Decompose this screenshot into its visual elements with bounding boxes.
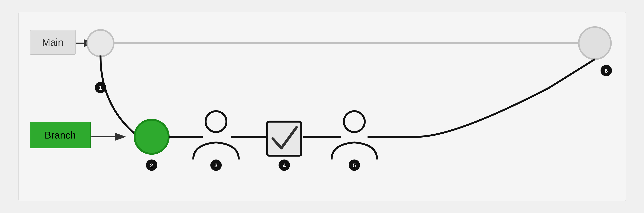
diagram-container: Main Branch 1: [18, 12, 626, 201]
badge-6-text: 6: [604, 68, 608, 74]
diagram-svg: 1 2 3 4: [18, 12, 626, 201]
badge-3-text: 3: [214, 162, 218, 169]
main-end-circle: [579, 27, 611, 59]
person-node-5: [332, 111, 377, 159]
branch-start-circle: [134, 120, 168, 154]
main-start-circle: [87, 30, 114, 56]
person-node-3: [193, 111, 239, 159]
badge-4-text: 4: [282, 162, 286, 169]
checkbox-node-4: [267, 122, 301, 156]
branch-label-box: Branch: [30, 122, 91, 148]
main-label-box: Main: [30, 30, 76, 55]
curve-up: [417, 59, 595, 137]
svg-point-3: [344, 111, 364, 132]
branch-label: Branch: [44, 129, 76, 141]
badge-5-text: 5: [353, 162, 356, 169]
main-label: Main: [42, 36, 64, 48]
badge-2-text: 2: [150, 162, 153, 169]
svg-point-1: [206, 111, 226, 132]
curve-down: [100, 55, 138, 137]
badge-1-text: 1: [99, 85, 102, 91]
